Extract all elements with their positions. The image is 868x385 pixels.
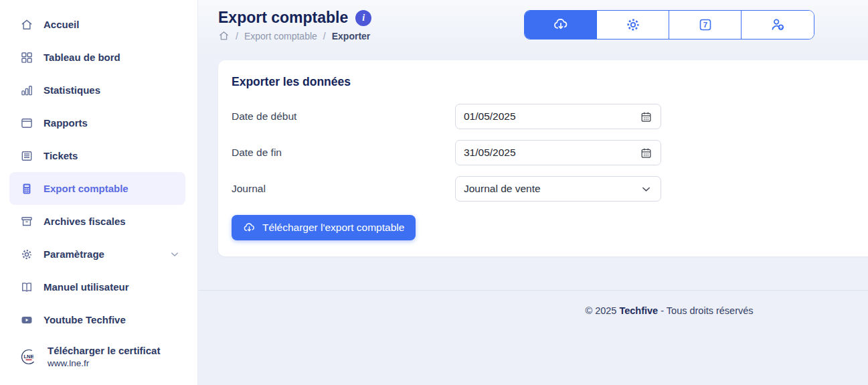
sidebar-item-label: Youtube Techfive <box>44 314 126 325</box>
sidebar-item-label: Rapports <box>44 117 88 129</box>
breadcrumb-home-icon[interactable] <box>218 30 230 42</box>
sidebar-item-label: Tableau de bord <box>44 52 120 63</box>
gear-icon <box>20 248 33 261</box>
breadcrumb-export-comptable[interactable]: Export comptable <box>244 31 317 42</box>
download-export-button[interactable]: Télécharger l'export comptable <box>232 215 416 240</box>
sidebar-item-manuel-utilisateur[interactable]: Manuel utilisateur <box>9 271 185 303</box>
date-fin-label: Date de fin <box>232 147 455 159</box>
sidebar-item-label: Paramètrage <box>44 248 104 260</box>
calendar-frame-icon <box>20 117 33 130</box>
sidebar-item-youtube-techfive[interactable]: Youtube Techfive <box>9 303 185 336</box>
date-fin-field[interactable] <box>455 140 661 165</box>
user-upload-icon <box>770 17 786 33</box>
cloud-download-icon <box>553 17 569 33</box>
form-row-date-debut: Date de début <box>232 104 861 129</box>
breadcrumb: / Export comptable / Exporter <box>218 30 370 42</box>
export-card: Exporter les données Date de début Date … <box>218 60 868 256</box>
dashboard-grid-icon <box>20 51 33 64</box>
sidebar-item-label: Statistiques <box>44 84 100 96</box>
sidebar-item-rapports[interactable]: Rapports <box>9 106 185 139</box>
gear-icon <box>625 17 641 33</box>
sidebar-item-export-comptable[interactable]: Export comptable <box>9 172 185 205</box>
svg-text:7: 7 <box>703 21 707 29</box>
lined-document-icon <box>20 149 33 163</box>
brand-name: Techfive <box>619 305 658 316</box>
sidebar-item-archives-fiscales[interactable]: Archives fiscales <box>9 205 185 238</box>
sidebar-item-label: Export comptable <box>44 183 128 194</box>
sidebar-item-tickets[interactable]: Tickets <box>9 139 185 172</box>
sidebar-item-tableau-de-bord[interactable]: Tableau de bord <box>9 41 185 74</box>
sidebar-item-label: Télécharger le certificat www.lne.fr <box>48 343 160 370</box>
journal-select[interactable]: Journal de vente <box>455 176 661 202</box>
calculator-icon <box>20 182 33 196</box>
sidebar-item-statistiques[interactable]: Statistiques <box>9 74 185 106</box>
form-row-date-fin: Date de fin <box>232 140 861 165</box>
sidebar-item-telecharger-certificat[interactable]: LNE Télécharger le certificat www.lne.fr <box>9 336 185 378</box>
journal-label: Journal <box>232 183 455 195</box>
date-fin-input[interactable] <box>464 147 611 159</box>
sidebar-item-label: Tickets <box>44 150 78 161</box>
sidebar-item-accueil[interactable]: Accueil <box>9 8 185 41</box>
breadcrumb-exporter: Exporter <box>332 31 371 42</box>
download-export-button-label: Télécharger l'export comptable <box>262 222 404 234</box>
footer-copyright: © 2025 Techfive - Tous droits réservés <box>470 305 868 316</box>
user-upload-tab-button[interactable] <box>742 11 814 39</box>
calendar-icon[interactable] <box>640 147 653 159</box>
form-row-journal: Journal Journal de vente <box>232 176 861 202</box>
sidebar: Accueil Tableau de bord Statistiques Rap… <box>0 0 198 385</box>
export-download-tab-button[interactable] <box>525 11 597 39</box>
open-book-icon <box>20 281 33 294</box>
date-debut-input[interactable] <box>464 110 611 123</box>
youtube-icon <box>20 313 33 327</box>
svg-text:LNE: LNE <box>24 354 34 360</box>
calendar-day-7-icon: 7 <box>697 17 713 33</box>
sidebar-item-label: Archives fiscales <box>44 216 126 227</box>
card-title: Exporter les données <box>232 75 861 89</box>
settings-tab-button[interactable] <box>597 11 669 39</box>
page-title: Export comptable i <box>218 9 371 27</box>
info-icon[interactable]: i <box>355 10 371 26</box>
date-debut-label: Date de début <box>232 110 455 123</box>
archive-box-icon <box>20 215 33 228</box>
lne-logo-icon: LNE <box>20 348 37 366</box>
journal-select-value: Journal de vente <box>464 183 541 195</box>
footer-divider <box>199 290 868 291</box>
cloud-download-icon <box>243 222 256 234</box>
header-action-group: 7 <box>524 10 814 40</box>
sidebar-item-label: Manuel utilisateur <box>44 281 129 293</box>
sidebar-item-label: Accueil <box>44 19 79 30</box>
bar-chart-icon <box>20 84 33 97</box>
home-icon <box>20 18 33 31</box>
calendar-day-7-tab-button[interactable]: 7 <box>669 11 742 39</box>
chevron-down-icon <box>169 249 180 260</box>
chevron-down-icon <box>640 183 653 196</box>
sidebar-item-parametrage[interactable]: Paramètrage <box>9 238 185 271</box>
date-debut-field[interactable] <box>455 104 661 129</box>
calendar-icon[interactable] <box>640 110 653 123</box>
